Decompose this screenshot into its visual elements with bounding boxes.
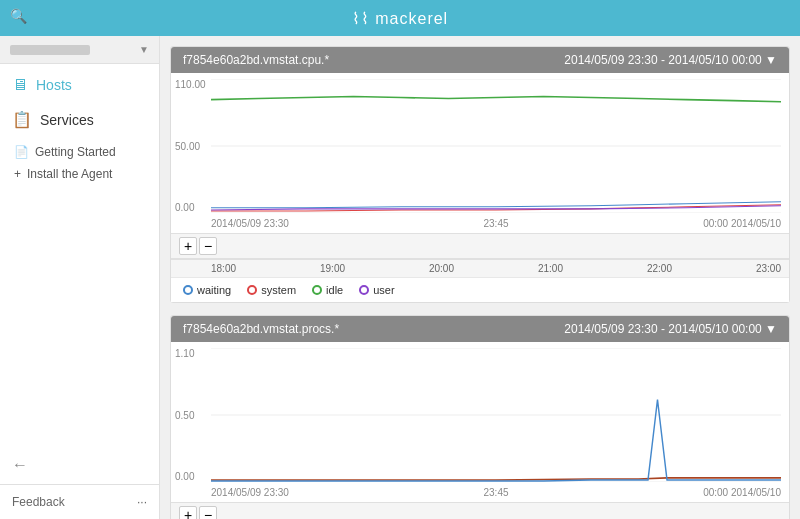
sidebar-nav: 🖥 Hosts 📋 Services 📄 Getting Started + I… xyxy=(0,64,159,446)
waiting-label: waiting xyxy=(197,284,231,296)
y-label-bottom: 0.00 xyxy=(175,202,206,213)
user-label: user xyxy=(373,284,394,296)
footer-dots[interactable]: ··· xyxy=(137,495,147,509)
timeline-label-5: 23:00 xyxy=(756,263,781,274)
org-dropdown-arrow: ▼ xyxy=(139,44,149,55)
chart-procs-x-labels: 2014/05/09 23:30 23:45 00:00 2014/05/10 xyxy=(211,487,781,498)
sidebar-item-hosts[interactable]: 🖥 Hosts xyxy=(0,68,159,102)
chart-procs-date-range[interactable]: 2014/05/09 23:30 - 2014/05/10 00:00 ▼ xyxy=(564,322,777,336)
chart-procs-title: f7854e60a2bd.vmstat.procs.* xyxy=(183,322,339,336)
y-label-top: 1.10 xyxy=(175,348,194,359)
y-label-mid: 0.50 xyxy=(175,410,194,421)
idle-label: idle xyxy=(326,284,343,296)
chart-cpu-card: f7854e60a2bd.vmstat.cpu.* 2014/05/09 23:… xyxy=(170,46,790,303)
procs-zoom-out-button[interactable]: − xyxy=(199,506,217,519)
chart-procs-svg xyxy=(211,348,781,482)
install-agent-label: Install the Agent xyxy=(27,167,112,181)
legend-system: system xyxy=(247,284,296,296)
plus-icon: + xyxy=(14,167,21,181)
main-layout: ▼ 🖥 Hosts 📋 Services 📄 Getting Started +… xyxy=(0,36,800,519)
chart-procs-y-labels: 1.10 0.50 0.00 xyxy=(175,348,194,482)
chart-cpu-zoom-row: + − xyxy=(171,233,789,259)
org-name-placeholder xyxy=(10,45,90,55)
chart-cpu-legend: waiting system idle user xyxy=(171,277,789,302)
waiting-dot xyxy=(183,285,193,295)
chart-cpu-y-labels: 110.00 50.00 0.00 xyxy=(175,79,206,213)
system-label: system xyxy=(261,284,296,296)
cpu-zoom-out-button[interactable]: − xyxy=(199,237,217,255)
x-label-end: 00:00 2014/05/10 xyxy=(703,487,781,498)
chart-procs-header: f7854e60a2bd.vmstat.procs.* 2014/05/09 2… xyxy=(171,316,789,342)
sidebar-footer: Feedback ··· xyxy=(0,484,159,519)
chart-procs-card: f7854e60a2bd.vmstat.procs.* 2014/05/09 2… xyxy=(170,315,790,519)
chart-procs-body: 1.10 0.50 0.00 2014/05/09 23:30 23:4 xyxy=(171,342,789,502)
content-area: f7854e60a2bd.vmstat.cpu.* 2014/05/09 23:… xyxy=(160,36,800,519)
sidebar: ▼ 🖥 Hosts 📋 Services 📄 Getting Started +… xyxy=(0,36,160,519)
sidebar-item-getting-started[interactable]: 📄 Getting Started xyxy=(14,141,147,163)
x-label-start: 2014/05/09 23:30 xyxy=(211,487,289,498)
legend-idle: idle xyxy=(312,284,343,296)
hosts-label: Hosts xyxy=(36,77,72,93)
getting-started-label: Getting Started xyxy=(35,145,116,159)
cpu-zoom-in-button[interactable]: + xyxy=(179,237,197,255)
back-button[interactable]: ← xyxy=(0,446,159,484)
y-label-top: 110.00 xyxy=(175,79,206,90)
chart-procs-zoom-row: + − xyxy=(171,502,789,519)
y-label-mid: 50.00 xyxy=(175,141,206,152)
chart-cpu-body: 110.00 50.00 0.00 xyxy=(171,73,789,233)
y-label-bottom: 0.00 xyxy=(175,471,194,482)
timeline-label-4: 22:00 xyxy=(647,263,672,274)
services-icon: 📋 xyxy=(12,110,32,129)
chart-cpu-timeline: 18:00 19:00 20:00 21:00 22:00 23:00 xyxy=(171,259,789,277)
services-label: Services xyxy=(40,112,94,128)
sidebar-sub-items: 📄 Getting Started + Install the Agent xyxy=(0,137,159,189)
system-dot xyxy=(247,285,257,295)
legend-waiting: waiting xyxy=(183,284,231,296)
legend-user: user xyxy=(359,284,394,296)
x-label-start: 2014/05/09 23:30 xyxy=(211,218,289,229)
user-dot xyxy=(359,285,369,295)
org-selector[interactable]: ▼ xyxy=(0,36,159,64)
app-logo: ⌇⌇ mackerel xyxy=(352,9,448,28)
doc-icon: 📄 xyxy=(14,145,29,159)
timeline-label-2: 20:00 xyxy=(429,263,454,274)
x-label-mid: 23:45 xyxy=(483,487,508,498)
chart-cpu-x-labels: 2014/05/09 23:30 23:45 00:00 2014/05/10 xyxy=(211,218,781,229)
timeline-label-3: 21:00 xyxy=(538,263,563,274)
x-label-end: 00:00 2014/05/10 xyxy=(703,218,781,229)
x-label-mid: 23:45 xyxy=(483,218,508,229)
sidebar-item-services[interactable]: 📋 Services xyxy=(0,102,159,137)
chart-cpu-title: f7854e60a2bd.vmstat.cpu.* xyxy=(183,53,329,67)
idle-dot xyxy=(312,285,322,295)
chart-cpu-date-range[interactable]: 2014/05/09 23:30 - 2014/05/10 00:00 ▼ xyxy=(564,53,777,67)
chart-cpu-header: f7854e60a2bd.vmstat.cpu.* 2014/05/09 23:… xyxy=(171,47,789,73)
timeline-label-0: 18:00 xyxy=(211,263,236,274)
search-icon[interactable]: 🔍 xyxy=(10,8,27,24)
topbar: 🔍 ⌇⌇ mackerel xyxy=(0,0,800,36)
timeline-label-1: 19:00 xyxy=(320,263,345,274)
procs-zoom-in-button[interactable]: + xyxy=(179,506,197,519)
chart-cpu-svg xyxy=(211,79,781,213)
hosts-icon: 🖥 xyxy=(12,76,28,94)
feedback-label[interactable]: Feedback xyxy=(12,495,65,509)
sidebar-item-install-agent[interactable]: + Install the Agent xyxy=(14,163,147,185)
